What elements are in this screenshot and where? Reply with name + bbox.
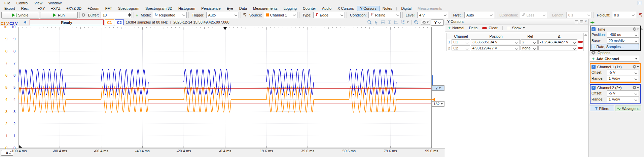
- tab-spectrogram[interactable]: Spectrogram: [115, 6, 142, 11]
- show-menu-button[interactable]: Show: [507, 26, 525, 30]
- remove-cursor-button[interactable]: [578, 47, 583, 49]
- menu-window[interactable]: Window: [45, 1, 65, 5]
- channel2-offset-select[interactable]: -5 V: [607, 90, 639, 96]
- spin-down-icon[interactable]: [128, 15, 131, 17]
- cursor-delta-value[interactable]: [538, 45, 577, 50]
- tab-eye[interactable]: Eye: [224, 6, 236, 11]
- tab-y-cursors[interactable]: Y Cursors: [357, 6, 380, 11]
- channel1-checkbox[interactable]: ✓: [592, 65, 596, 69]
- scope-plot[interactable]: [19, 27, 432, 148]
- more-tools-dropdown-icon[interactable]: [407, 22, 409, 23]
- pointer-icon[interactable]: [374, 20, 378, 25]
- run-button[interactable]: Run: [40, 12, 78, 18]
- channel2-checkbox[interactable]: ✓: [592, 86, 596, 90]
- cursor-position-input[interactable]: 4.931129477 V: [471, 45, 520, 50]
- source-hammer-icon[interactable]: [243, 12, 247, 17]
- tab-logging[interactable]: Logging: [281, 6, 300, 11]
- fit-screen-icon[interactable]: [394, 20, 399, 24]
- channel1-range-select[interactable]: 1 V/div: [607, 76, 639, 81]
- trigger-tool-icon[interactable]: [638, 12, 643, 17]
- spin-up-icon[interactable]: [128, 13, 131, 15]
- time-position-select[interactable]: -400 us: [607, 32, 639, 38]
- channel1-badge[interactable]: C1: [105, 19, 114, 25]
- window-restore-icon[interactable]: [638, 1, 642, 5]
- tab-xyz-3d[interactable]: +XYZ 3D: [63, 6, 84, 11]
- cursor-ref-select[interactable]: 2: [521, 39, 538, 44]
- add-channel-select[interactable]: + Add Channel: [590, 56, 639, 62]
- tab-histogram[interactable]: Histogram: [175, 6, 198, 11]
- collapse-sidebar-icon[interactable]: [591, 21, 595, 24]
- chevron-down-icon: [533, 47, 536, 50]
- y-axis-selector[interactable]: Y: [431, 19, 444, 26]
- trigger-select[interactable]: Auto: [206, 12, 239, 18]
- tab-rec[interactable]: Rec.: [18, 6, 32, 11]
- channel1-gear-icon[interactable]: [633, 65, 639, 69]
- wavegens-button[interactable]: Wavegens: [615, 106, 641, 111]
- tab-xyz[interactable]: +XYZ: [48, 6, 64, 11]
- tab-zoom[interactable]: +Zoom: [84, 6, 102, 11]
- menu-view[interactable]: View: [31, 1, 45, 5]
- trigger-level-arrow-icon[interactable]: [432, 98, 435, 101]
- hysteresis-select[interactable]: Auto: [464, 12, 495, 18]
- single-button[interactable]: Single: [1, 12, 39, 18]
- fit-width-icon[interactable]: [381, 20, 385, 24]
- buffer-gear-icon[interactable]: [81, 13, 86, 17]
- clear-cursors-button[interactable]: Clear: [482, 26, 497, 30]
- tab-export[interactable]: Export: [1, 6, 18, 11]
- channel2-range-select[interactable]: 1 V/div: [607, 96, 639, 102]
- buffer-spinbox[interactable]: 10: [101, 12, 132, 18]
- quadrants-icon[interactable]: 1 23 4: [401, 20, 404, 25]
- tab-measurements[interactable]: Measurements: [415, 6, 445, 11]
- tab-audio[interactable]: Audio: [319, 6, 334, 11]
- cursor2-marker[interactable]: 2: [432, 85, 444, 91]
- tab-notes[interactable]: Notes: [380, 6, 395, 11]
- cursor-channel-select[interactable]: C1: [452, 39, 470, 44]
- table-scroll-up-icon[interactable]: [584, 34, 587, 36]
- tab-data[interactable]: Data: [236, 6, 250, 11]
- cursor-ref-select[interactable]: none: [521, 45, 538, 50]
- plot-settings-gear-icon[interactable]: [421, 20, 430, 25]
- rate-samples-button[interactable]: ↓ Rate, Samples...: [592, 44, 639, 49]
- tab-counter[interactable]: Counter: [300, 6, 319, 11]
- dock-panel-icon[interactable]: [580, 20, 583, 23]
- source-select[interactable]: Channel 1: [264, 12, 297, 18]
- type-select[interactable]: Edge: [313, 12, 345, 18]
- filters-button[interactable]: Filters: [590, 106, 614, 111]
- add-mode-icon[interactable]: +: [136, 13, 138, 17]
- cursor1-marker[interactable]: 1Δ2: [432, 101, 444, 107]
- float-panel-icon[interactable]: [575, 20, 578, 23]
- remove-cursor-button[interactable]: [578, 41, 583, 43]
- channel1-offset-select[interactable]: -5 V: [607, 70, 639, 75]
- cursor-delta-value[interactable]: -1.2945343427 V: [538, 39, 577, 44]
- add-delta-cursor-button[interactable]: Delta: [469, 26, 478, 30]
- menu-file[interactable]: File: [1, 1, 13, 5]
- fit-height-icon[interactable]: [388, 20, 392, 25]
- time-base-select[interactable]: 20 ms/div: [607, 38, 639, 44]
- menu-control[interactable]: Control: [13, 1, 31, 5]
- options-button[interactable]: Options: [591, 50, 610, 55]
- zoom-select-icon[interactable]: [367, 20, 372, 25]
- tab-measurements[interactable]: Measurements: [250, 6, 281, 11]
- channel2-gear-icon[interactable]: [633, 86, 639, 89]
- level-select[interactable]: 4 V: [417, 12, 448, 18]
- mode-select[interactable]: ↻ Repeated: [153, 12, 187, 18]
- tab-digital[interactable]: Digital: [398, 6, 415, 11]
- history-back-icon[interactable]: [24, 21, 26, 24]
- condition-select[interactable]: Rising: [368, 12, 401, 18]
- tab-persistence[interactable]: Persistence: [198, 6, 223, 11]
- length-select[interactable]: 0 s: [566, 12, 592, 18]
- cursor-position-input[interactable]: 3.636595134 V: [471, 39, 520, 44]
- tab-xy[interactable]: +XY: [35, 6, 48, 11]
- zoom-in-icon[interactable]: [414, 20, 419, 25]
- add-normal-cursor-button[interactable]: + Normal: [448, 26, 464, 30]
- time-checkbox[interactable]: ✓: [592, 27, 596, 31]
- tab-fft[interactable]: FFT: [102, 6, 115, 11]
- tab-spectrogram-3d[interactable]: Spectrogram 3D: [142, 6, 175, 11]
- time-gear-icon[interactable]: [633, 27, 639, 31]
- holdoff-select[interactable]: 0 s: [612, 12, 636, 18]
- channel2-badge[interactable]: C2: [115, 19, 124, 25]
- close-panel-icon[interactable]: ×: [585, 20, 587, 23]
- cursor-channel-select[interactable]: C2: [452, 45, 470, 50]
- lcondition-select[interactable]: Less: [520, 12, 547, 18]
- tab-x-cursors[interactable]: X Cursors: [334, 6, 357, 11]
